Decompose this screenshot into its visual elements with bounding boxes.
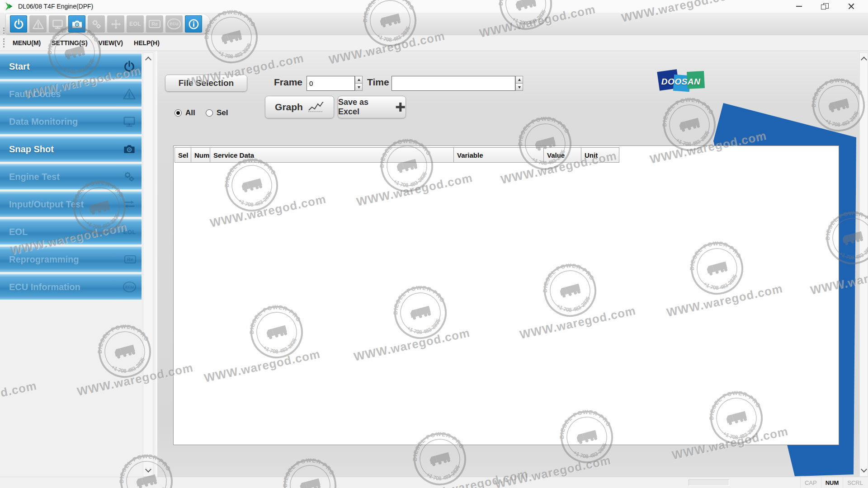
snapshot-data-table[interactable]: Sel Num Service Data Variable Value Unit bbox=[173, 145, 839, 445]
camera-icon bbox=[123, 142, 136, 156]
sidebar-scrollbar[interactable] bbox=[143, 52, 153, 477]
triangle-down-icon bbox=[358, 86, 360, 90]
table-header-variable[interactable]: Variable bbox=[453, 147, 544, 163]
sidebar-item-snap-shot[interactable]: Snap Shot bbox=[0, 136, 142, 162]
spin-down-button[interactable] bbox=[355, 84, 363, 91]
menubar-grip[interactable] bbox=[3, 38, 5, 47]
svg-text:★ DIESEL POWER PRO ★: ★ DIESEL POWER PRO ★ bbox=[92, 319, 151, 358]
scroll-up-button[interactable] bbox=[860, 54, 868, 64]
table-header-unit[interactable]: Unit bbox=[581, 147, 619, 163]
truck-icon bbox=[114, 345, 136, 359]
spin-up-button[interactable] bbox=[355, 76, 363, 84]
time-label: Time bbox=[367, 77, 389, 88]
toolbar-snapshot-button[interactable] bbox=[68, 15, 85, 33]
watermark-url-text: WWW.waregod.com bbox=[0, 379, 38, 417]
toolbar-strip: EOL Re ECU bbox=[6, 14, 210, 34]
line-chart-icon bbox=[307, 101, 324, 113]
spin-up-button[interactable] bbox=[515, 76, 523, 84]
table-header-service-data[interactable]: Service Data bbox=[210, 147, 454, 163]
sidebar-item-eol[interactable]: EOL EOL bbox=[0, 219, 142, 244]
stamp-top-text: ★ DIESEL POWER PRO ★ bbox=[92, 319, 151, 358]
toolbar-fault-codes-button[interactable] bbox=[29, 15, 47, 33]
status-sunken-box bbox=[689, 479, 729, 486]
graph-button-label: Graph bbox=[275, 102, 303, 113]
triangle-up-icon bbox=[518, 77, 521, 81]
toolbar-eol-button[interactable]: EOL bbox=[127, 15, 144, 33]
save-as-excel-button[interactable]: Save as Excel bbox=[338, 96, 406, 118]
sidebar-item-label: ECU Information bbox=[9, 282, 80, 292]
file-selection-button[interactable]: File Selection bbox=[165, 75, 247, 92]
restore-button[interactable] bbox=[815, 0, 835, 13]
frame-input[interactable] bbox=[307, 76, 355, 91]
eol-icon: EOL bbox=[129, 21, 141, 27]
sidebar-item-reprogramming[interactable]: Reprogramming Re bbox=[0, 246, 142, 272]
spin-down-button[interactable] bbox=[515, 84, 523, 91]
toolbar-start-button[interactable] bbox=[10, 15, 27, 33]
scroll-up-button[interactable] bbox=[143, 54, 153, 64]
menu-item-menu[interactable]: MENU(M) bbox=[13, 39, 41, 47]
close-button[interactable] bbox=[841, 0, 862, 13]
power-icon bbox=[13, 18, 25, 30]
chevron-up-icon bbox=[145, 56, 151, 63]
sidebar-item-start[interactable]: Start bbox=[0, 53, 142, 79]
toolbar-reprogramming-button[interactable]: Re bbox=[146, 15, 163, 33]
frame-spinner[interactable] bbox=[355, 76, 363, 91]
status-num: NUM bbox=[821, 477, 843, 488]
chevron-down-icon bbox=[860, 466, 867, 473]
sidebar-item-fault-codes[interactable]: Fault Codes bbox=[0, 81, 142, 107]
sidebar-item-input-output-test[interactable]: Input/Output Test bbox=[0, 191, 142, 217]
toolbar-info-button[interactable] bbox=[185, 15, 202, 33]
time-spinner[interactable] bbox=[515, 76, 523, 91]
minimize-icon bbox=[796, 6, 802, 7]
scroll-down-button[interactable] bbox=[860, 465, 868, 475]
minimize-button[interactable] bbox=[788, 0, 809, 13]
frame-label: Frame bbox=[274, 77, 302, 88]
table-header-value[interactable]: Value bbox=[543, 147, 581, 163]
graph-button[interactable]: Graph bbox=[265, 96, 334, 118]
toolbar-data-monitoring-button[interactable] bbox=[49, 15, 66, 33]
monitor-icon bbox=[123, 115, 136, 128]
toolbar-io-test-button[interactable] bbox=[107, 15, 124, 33]
sidebar-item-label: Engine Test bbox=[9, 172, 60, 182]
sidebar-item-label: Start bbox=[9, 61, 30, 72]
chevron-down-icon bbox=[145, 466, 151, 473]
sidebar-item-label: Reprogramming bbox=[9, 254, 79, 265]
sidebar-item-label: Snap Shot bbox=[9, 144, 54, 155]
chevron-up-icon bbox=[860, 56, 867, 63]
save-as-excel-label: Save as Excel bbox=[338, 98, 391, 117]
window-title: DL06/08 T4F Engine(DPF) bbox=[18, 3, 93, 10]
io-arrows-icon bbox=[123, 197, 136, 211]
menu-item-help[interactable]: HELP(H) bbox=[134, 39, 160, 47]
main-scrollbar[interactable] bbox=[859, 52, 868, 477]
radio-all[interactable]: All bbox=[175, 108, 195, 117]
sidebar-item-engine-test[interactable]: Engine Test bbox=[0, 164, 142, 189]
menu-item-settings[interactable]: SETTING(S) bbox=[52, 39, 87, 47]
restore-icon bbox=[823, 3, 829, 9]
monitor-icon bbox=[52, 18, 64, 30]
status-bar: CAP NUM SCRL bbox=[0, 477, 868, 488]
doosan-logo-text: DOOSAN bbox=[656, 77, 705, 87]
sidebar-item-label: Fault Codes bbox=[9, 89, 61, 99]
re-icon: Re bbox=[124, 255, 136, 263]
sidebar-item-data-monitoring[interactable]: Data Monitoring bbox=[0, 108, 142, 134]
triangle-up-icon bbox=[358, 77, 360, 81]
radio-sel-label: Sel bbox=[217, 108, 228, 117]
table-header-sel[interactable]: Sel bbox=[175, 147, 191, 163]
radio-button-icon[interactable] bbox=[175, 109, 182, 117]
toolbar-ecu-info-button[interactable]: ECU bbox=[165, 15, 183, 33]
menu-item-view[interactable]: VIEW(V) bbox=[99, 39, 123, 47]
sidebar-item-ecu-information[interactable]: ECU Information ECU bbox=[0, 274, 142, 300]
info-icon bbox=[188, 18, 200, 30]
table-header-num[interactable]: Num bbox=[191, 147, 210, 163]
gears-icon bbox=[90, 18, 103, 30]
triangle-down-icon bbox=[518, 86, 521, 90]
toolbar-engine-test-button[interactable] bbox=[88, 15, 105, 33]
warning-icon bbox=[123, 87, 136, 101]
sidebar-item-label: Data Monitoring bbox=[9, 117, 78, 127]
radio-sel[interactable]: Sel bbox=[206, 108, 228, 117]
radio-button-icon[interactable] bbox=[206, 109, 213, 117]
status-scrl: SCRL bbox=[843, 477, 867, 488]
time-input[interactable] bbox=[392, 76, 515, 91]
status-key-indicators: CAP NUM SCRL bbox=[800, 477, 867, 488]
scroll-down-button[interactable] bbox=[143, 465, 153, 475]
